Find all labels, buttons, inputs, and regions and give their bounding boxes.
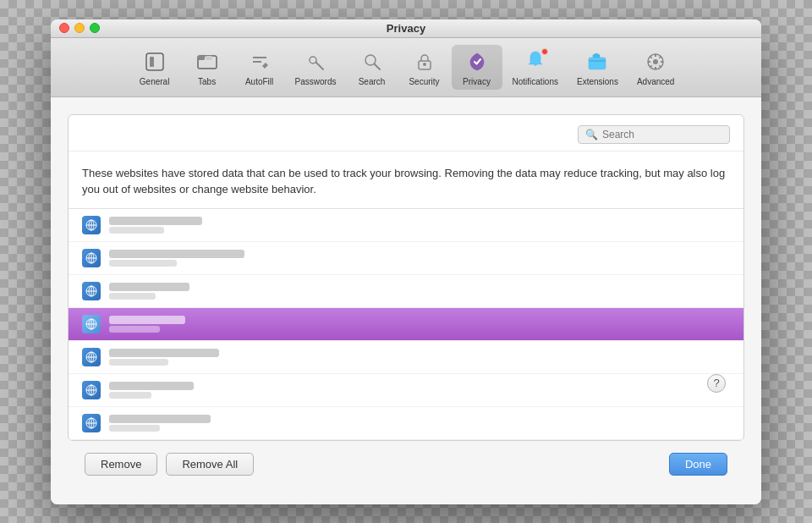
advanced-icon	[642, 48, 669, 75]
toolbar-item-tabs[interactable]: Tabs	[182, 45, 233, 90]
notifications-icon	[522, 48, 549, 75]
toolbar-item-security[interactable]: Security	[399, 45, 450, 90]
titlebar: Privacy	[51, 19, 761, 38]
toolbar-item-privacy[interactable]: Privacy	[452, 45, 502, 90]
website-list	[69, 208, 743, 440]
privacy-label: Privacy	[463, 77, 491, 86]
site-name	[109, 217, 202, 225]
site-favicon	[82, 216, 101, 234]
website-row[interactable]	[69, 275, 743, 308]
search-box[interactable]: 🔍	[578, 125, 730, 144]
toolbar-item-passwords[interactable]: Passwords	[287, 45, 345, 90]
svg-point-9	[365, 55, 376, 65]
svg-point-16	[653, 59, 658, 64]
close-button[interactable]	[59, 23, 69, 33]
site-favicon	[82, 282, 101, 300]
site-info	[109, 250, 244, 267]
svg-line-24	[650, 65, 652, 67]
site-name	[109, 283, 189, 291]
website-row[interactable]	[69, 242, 743, 275]
site-subdomain	[109, 359, 168, 366]
autofill-label: AutoFill	[245, 77, 273, 86]
privacy-icon	[464, 48, 491, 75]
site-name	[109, 382, 194, 390]
passwords-icon	[302, 48, 329, 75]
svg-rect-3	[198, 56, 205, 60]
svg-rect-0	[146, 53, 163, 70]
window-title: Privacy	[387, 22, 425, 35]
svg-line-22	[659, 65, 661, 67]
site-subdomain	[109, 293, 156, 300]
svg-line-8	[316, 62, 324, 69]
svg-rect-13	[589, 58, 606, 69]
content-area: 🔍 These websites have stored data that c…	[51, 97, 761, 504]
privacy-panel: 🔍 These websites have stored data that c…	[68, 114, 744, 441]
site-name	[109, 415, 211, 423]
tabs-icon	[194, 48, 221, 75]
extensions-label: Extensions	[577, 77, 618, 86]
toolbar-item-extensions[interactable]: Extensions	[568, 45, 627, 90]
svg-line-10	[375, 64, 380, 69]
site-favicon	[82, 315, 101, 333]
advanced-label: Advanced	[637, 77, 674, 86]
window-controls	[59, 23, 100, 33]
security-label: Security	[409, 77, 439, 86]
website-row[interactable]	[69, 407, 743, 440]
site-info	[109, 349, 219, 366]
site-info	[109, 382, 194, 399]
site-name	[109, 349, 219, 357]
notification-badge	[541, 48, 548, 55]
toolbar-item-autofill[interactable]: AutoFill	[234, 45, 285, 90]
site-subdomain	[109, 425, 160, 432]
website-row-selected[interactable]	[69, 308, 743, 341]
svg-line-23	[659, 56, 661, 58]
general-label: General	[140, 77, 170, 86]
minimize-button[interactable]	[74, 23, 85, 33]
panel-header: 🔍	[69, 115, 743, 151]
svg-rect-1	[150, 57, 154, 67]
website-row[interactable]	[69, 341, 743, 374]
autofill-icon	[246, 48, 273, 75]
site-info	[109, 316, 185, 333]
site-info	[109, 283, 189, 300]
site-favicon	[82, 348, 101, 366]
footer: Remove Remove All Done	[68, 441, 744, 487]
svg-rect-4	[206, 56, 212, 60]
search-icon	[359, 48, 386, 75]
toolbar-item-notifications[interactable]: Notifications	[504, 45, 567, 90]
maximize-button[interactable]	[90, 23, 100, 33]
extensions-icon	[584, 48, 611, 75]
site-info	[109, 217, 202, 234]
done-button[interactable]: Done	[669, 453, 727, 476]
search-label: Search	[359, 77, 386, 86]
search-magnifier-icon: 🔍	[585, 129, 598, 140]
site-subdomain	[109, 392, 151, 399]
site-subdomain	[109, 227, 164, 234]
website-row[interactable]	[69, 374, 743, 407]
search-input[interactable]	[602, 129, 722, 140]
website-row[interactable]	[69, 209, 743, 242]
toolbar: General Tabs AutoFill	[51, 38, 761, 97]
notifications-label: Notifications	[513, 77, 558, 86]
svg-line-21	[650, 56, 652, 58]
site-favicon	[82, 381, 101, 399]
site-name	[109, 316, 185, 324]
tabs-label: Tabs	[198, 77, 216, 86]
site-subdomain	[109, 326, 160, 333]
site-favicon	[82, 414, 101, 432]
description-text: These websites have stored data that can…	[69, 151, 743, 208]
toolbar-item-general[interactable]: General	[129, 45, 180, 90]
site-name	[109, 250, 244, 258]
general-icon	[141, 48, 168, 75]
passwords-label: Passwords	[295, 77, 337, 86]
site-info	[109, 415, 211, 432]
site-favicon	[82, 249, 101, 267]
help-button[interactable]: ?	[707, 374, 726, 393]
toolbar-item-advanced[interactable]: Advanced	[628, 45, 683, 90]
preferences-window: Privacy General Tabs	[51, 19, 761, 504]
site-subdomain	[109, 260, 177, 267]
remove-all-button[interactable]: Remove All	[166, 453, 254, 476]
remove-button[interactable]: Remove	[85, 453, 157, 476]
svg-point-12	[423, 63, 426, 66]
toolbar-item-search[interactable]: Search	[347, 45, 398, 90]
